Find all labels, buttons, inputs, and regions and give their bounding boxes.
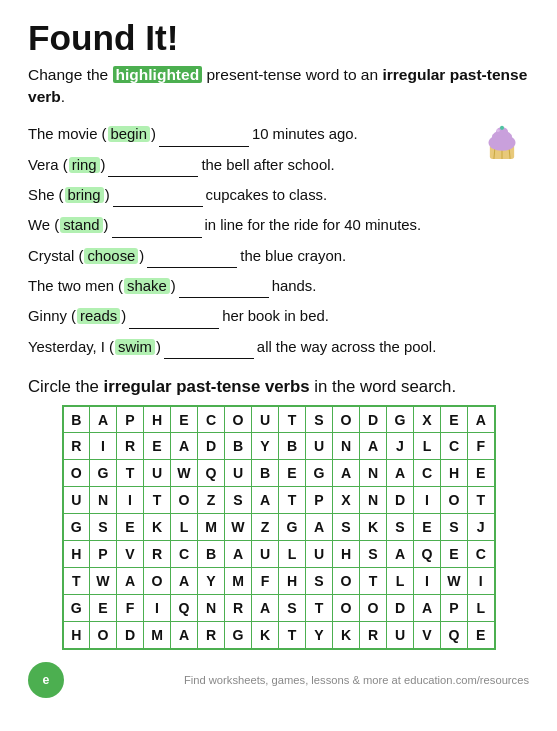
grid-cell: A [171,622,198,649]
sentence-post: all the way across the pool. [257,336,436,358]
grid-cell: Q [414,541,441,568]
sentence-list: The movie (begin) 10 minutes ago.Vera (r… [28,123,529,359]
sentence-item: We (stand) in line for the ride for 40 m… [28,214,529,237]
grid-cell: R [144,541,171,568]
grid-cell: Z [198,487,225,514]
grid-cell: V [414,622,441,649]
grid-cell: S [225,487,252,514]
grid-cell: M [225,568,252,595]
verb-highlight: reads [77,308,120,324]
grid-cell: U [225,460,252,487]
grid-cell: T [468,487,495,514]
grid-cell: O [441,487,468,514]
answer-blank[interactable] [179,275,269,298]
grid-cell: U [63,487,90,514]
answer-blank[interactable] [129,305,219,328]
footer: e Find worksheets, games, lessons & more… [28,662,529,698]
subtitle-post: present-tense word to an [202,66,382,83]
grid-cell: T [279,406,306,433]
subtitle: Change the highlighted present-tense wor… [28,64,529,107]
grid-cell: N [333,433,360,460]
grid-cell: A [360,433,387,460]
grid-cell: H [279,568,306,595]
sentence-item: Yesterday, I (swim) all the way across t… [28,336,529,359]
grid-cell: F [468,433,495,460]
grid-cell: E [171,406,198,433]
grid-cell: I [117,487,144,514]
answer-blank[interactable] [113,184,203,207]
grid-cell: W [225,514,252,541]
grid-cell: N [360,460,387,487]
grid-cell: P [90,541,117,568]
grid-cell: A [414,595,441,622]
grid-cell: C [468,541,495,568]
grid-cell: H [63,622,90,649]
sentence-pre: Yesterday, I (swim) [28,336,161,358]
grid-wrapper: BAPHECOUTSODGXEARIREADBYBUNAJLCFOGTUWQUB… [28,405,529,650]
grid-cell: Z [252,514,279,541]
grid-cell: R [225,595,252,622]
grid-cell: I [414,568,441,595]
grid-cell: W [90,568,117,595]
grid-cell: A [306,514,333,541]
verb-highlight: ring [69,157,100,173]
grid-cell: S [441,514,468,541]
svg-point-7 [496,130,500,133]
grid-cell: E [414,514,441,541]
grid-cell: B [225,433,252,460]
grid-cell: I [468,568,495,595]
grid-cell: T [117,460,144,487]
grid-cell: B [63,406,90,433]
sentence-item: Ginny (reads) her book in bed. [28,305,529,328]
grid-cell: O [63,460,90,487]
answer-blank[interactable] [108,154,198,177]
grid-cell: U [387,622,414,649]
answer-blank[interactable] [112,214,202,237]
sentence-item: She (bring) cupcakes to class. [28,184,529,207]
grid-cell: K [252,622,279,649]
grid-cell: Q [198,460,225,487]
sentence-pre: The two men (shake) [28,275,176,297]
grid-cell: G [387,406,414,433]
footer-text: Find worksheets, games, lessons & more a… [184,674,529,686]
grid-cell: S [306,406,333,433]
wordsearch-grid: BAPHECOUTSODGXEARIREADBYBUNAJLCFOGTUWQUB… [62,405,496,650]
grid-cell: D [117,622,144,649]
grid-cell: S [387,514,414,541]
grid-cell: S [90,514,117,541]
answer-blank[interactable] [159,123,249,146]
grid-cell: L [387,568,414,595]
grid-cell: A [117,568,144,595]
grid-cell: X [333,487,360,514]
grid-cell: G [63,514,90,541]
grid-cell: O [360,595,387,622]
grid-cell: T [63,568,90,595]
grid-cell: A [225,541,252,568]
sentence-post: hands. [272,275,317,297]
sentence-post: cupcakes to class. [206,184,328,206]
grid-cell: L [171,514,198,541]
grid-cell: J [387,433,414,460]
verb-highlight: begin [108,126,150,142]
grid-cell: L [468,595,495,622]
sentence-pre: Ginny (reads) [28,305,126,327]
grid-cell: M [144,622,171,649]
sentence-pre: Crystal (choose) [28,245,144,267]
wordsearch-section: Circle the irregular past-tense verbs in… [28,377,529,650]
ws-label-pre: Circle the [28,377,104,396]
grid-cell: E [468,460,495,487]
grid-cell: O [333,406,360,433]
grid-cell: D [387,595,414,622]
grid-cell: L [279,541,306,568]
verb-highlight: bring [65,187,104,203]
grid-cell: W [171,460,198,487]
grid-cell: U [252,541,279,568]
answer-blank[interactable] [147,245,237,268]
wordsearch-label: Circle the irregular past-tense verbs in… [28,377,529,397]
grid-cell: A [468,406,495,433]
grid-cell: G [306,460,333,487]
grid-cell: F [252,568,279,595]
answer-blank[interactable] [164,336,254,359]
sentence-item: The two men (shake) hands. [28,275,529,298]
grid-cell: T [279,622,306,649]
